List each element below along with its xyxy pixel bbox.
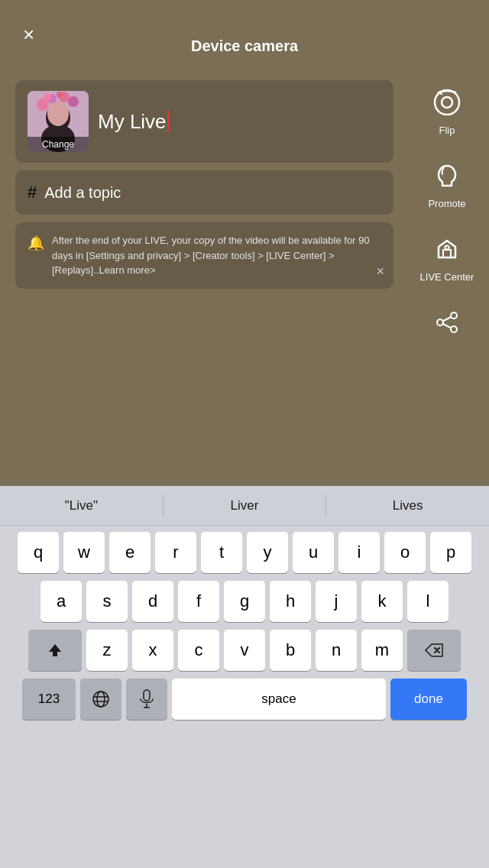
svg-point-11 — [442, 97, 452, 108]
avatar-container[interactable]: Change — [28, 91, 89, 152]
key-x[interactable]: x — [132, 630, 173, 671]
notice-text: After the end of your LIVE, your copy of… — [52, 233, 381, 278]
autocomplete-item-1[interactable]: "Live" — [0, 498, 163, 513]
svg-point-16 — [451, 326, 457, 332]
autocomplete-item-2[interactable]: Liver — [164, 498, 326, 513]
key-h[interactable]: h — [270, 581, 311, 622]
key-p[interactable]: p — [430, 532, 471, 573]
title-input-area[interactable]: My Live — [98, 110, 381, 134]
key-n[interactable]: n — [316, 630, 357, 671]
notice-close-button[interactable]: × — [376, 264, 384, 280]
mic-key[interactable] — [126, 679, 167, 720]
header-title: Device camera — [191, 37, 298, 55]
key-r[interactable]: r — [155, 532, 196, 573]
keyboard-area: "Live" Liver Lives q w e r t y u i o p a… — [0, 486, 489, 868]
key-t[interactable]: t — [201, 532, 242, 573]
live-center-icon — [429, 231, 465, 267]
promote-label: Promote — [428, 198, 465, 209]
key-c[interactable]: c — [178, 630, 219, 671]
text-cursor — [167, 111, 169, 132]
key-j[interactable]: j — [316, 581, 357, 622]
svg-rect-12 — [443, 250, 451, 257]
svg-line-17 — [443, 317, 451, 321]
key-l[interactable]: l — [407, 581, 449, 622]
svg-rect-23 — [144, 690, 150, 701]
key-row-4: 123 space done — [3, 679, 486, 720]
key-w[interactable]: w — [63, 532, 105, 573]
svg-point-3 — [47, 102, 69, 126]
svg-point-15 — [437, 319, 443, 326]
autocomplete-item-3[interactable]: Lives — [326, 498, 489, 513]
live-center-label: LIVE Center — [420, 271, 474, 283]
svg-point-8 — [44, 93, 51, 101]
flip-button[interactable]: Flip — [429, 84, 465, 136]
right-sidebar: Flip Promote LIVE Center — [405, 69, 489, 489]
promote-button[interactable]: Promote — [428, 157, 465, 209]
key-s[interactable]: s — [86, 581, 128, 622]
svg-point-7 — [68, 96, 79, 107]
key-g[interactable]: g — [224, 581, 265, 622]
num-key[interactable]: 123 — [22, 679, 76, 720]
svg-point-20 — [97, 691, 105, 707]
topic-label: Add a topic — [44, 184, 121, 202]
key-o[interactable]: o — [384, 532, 426, 573]
key-v[interactable]: v — [224, 630, 265, 671]
key-y[interactable]: y — [247, 532, 288, 573]
left-panel: Change My Live # Add a topic 🔔 After the… — [0, 69, 405, 489]
svg-point-9 — [57, 92, 63, 98]
main-content: Change My Live # Add a topic 🔔 After the… — [0, 69, 489, 489]
key-e[interactable]: e — [109, 532, 151, 573]
key-b[interactable]: b — [270, 630, 311, 671]
key-row-3: z x c v b n m — [3, 630, 486, 671]
svg-point-13 — [445, 246, 449, 250]
key-u[interactable]: u — [293, 532, 334, 573]
key-row-2: a s d f g h j k l — [3, 581, 486, 622]
flip-label: Flip — [439, 125, 455, 136]
share-button[interactable] — [429, 304, 465, 341]
key-m[interactable]: m — [361, 630, 403, 671]
key-q[interactable]: q — [18, 532, 59, 573]
key-i[interactable]: i — [338, 532, 380, 573]
autocomplete-bar: "Live" Liver Lives — [0, 486, 489, 526]
done-key[interactable]: done — [390, 679, 467, 720]
key-rows: q w e r t y u i o p a s d f g h j k l — [0, 526, 489, 723]
title-text: My Live — [98, 110, 381, 134]
svg-point-14 — [451, 313, 457, 319]
key-f[interactable]: f — [178, 581, 219, 622]
key-z[interactable]: z — [86, 630, 128, 671]
svg-line-18 — [443, 324, 451, 328]
header: × Device camera — [0, 0, 489, 69]
shift-key[interactable] — [28, 630, 82, 671]
key-k[interactable]: k — [361, 581, 403, 622]
avatar-change-label[interactable]: Change — [28, 137, 89, 152]
hashtag-icon: # — [28, 183, 37, 202]
notice-card: 🔔 After the end of your LIVE, your copy … — [15, 222, 393, 289]
space-key[interactable]: space — [172, 679, 386, 720]
title-card: Change My Live — [15, 80, 393, 163]
share-icon — [429, 304, 465, 341]
key-a[interactable]: a — [40, 581, 82, 622]
flip-icon — [429, 84, 465, 121]
bell-icon: 🔔 — [28, 235, 44, 251]
svg-point-19 — [93, 691, 108, 707]
topic-card[interactable]: # Add a topic — [15, 170, 393, 215]
key-row-1: q w e r t y u i o p — [3, 532, 486, 573]
close-button[interactable]: × — [23, 24, 34, 44]
globe-key[interactable] — [80, 679, 121, 720]
backspace-key[interactable] — [407, 630, 461, 671]
key-d[interactable]: d — [132, 581, 173, 622]
promote-icon — [429, 157, 465, 194]
live-center-button[interactable]: LIVE Center — [420, 231, 474, 283]
